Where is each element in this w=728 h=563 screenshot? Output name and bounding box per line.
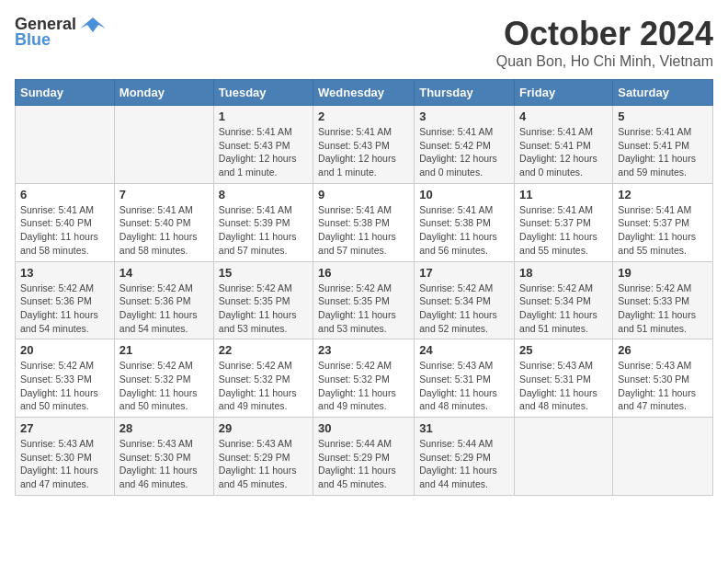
table-cell: 31Sunrise: 5:44 AM Sunset: 5:29 PM Dayli… — [415, 418, 515, 496]
day-info: Sunrise: 5:43 AM Sunset: 5:30 PM Dayligh… — [20, 437, 109, 491]
header-friday: Friday — [515, 80, 613, 106]
week-row-1: 1Sunrise: 5:41 AM Sunset: 5:43 PM Daylig… — [16, 106, 713, 184]
table-cell: 2Sunrise: 5:41 AM Sunset: 5:43 PM Daylig… — [313, 106, 415, 184]
table-cell: 10Sunrise: 5:41 AM Sunset: 5:38 PM Dayli… — [415, 183, 515, 261]
day-number: 3 — [419, 109, 509, 123]
day-info: Sunrise: 5:43 AM Sunset: 5:30 PM Dayligh… — [119, 437, 209, 491]
table-cell: 7Sunrise: 5:41 AM Sunset: 5:40 PM Daylig… — [114, 183, 213, 261]
table-cell — [515, 418, 613, 496]
table-cell: 3Sunrise: 5:41 AM Sunset: 5:42 PM Daylig… — [415, 106, 515, 184]
logo-blue-text: Blue — [15, 30, 51, 50]
day-number: 12 — [618, 188, 708, 201]
day-number: 10 — [419, 188, 509, 201]
table-cell — [16, 106, 115, 184]
table-cell: 1Sunrise: 5:41 AM Sunset: 5:43 PM Daylig… — [213, 106, 313, 184]
header-wednesday: Wednesday — [313, 80, 415, 106]
table-cell: 13Sunrise: 5:42 AM Sunset: 5:36 PM Dayli… — [16, 261, 115, 339]
day-info: Sunrise: 5:41 AM Sunset: 5:38 PM Dayligh… — [318, 203, 409, 258]
day-info: Sunrise: 5:41 AM Sunset: 5:37 PM Dayligh… — [618, 203, 708, 258]
day-info: Sunrise: 5:41 AM Sunset: 5:43 PM Dayligh… — [318, 125, 409, 179]
day-info: Sunrise: 5:42 AM Sunset: 5:34 PM Dayligh… — [519, 282, 608, 336]
header-sunday: Sunday — [16, 80, 115, 106]
day-number: 28 — [119, 421, 209, 435]
day-info: Sunrise: 5:43 AM Sunset: 5:31 PM Dayligh… — [519, 359, 608, 413]
day-info: Sunrise: 5:41 AM Sunset: 5:42 PM Dayligh… — [419, 125, 509, 179]
header-tuesday: Tuesday — [213, 80, 313, 106]
table-cell: 4Sunrise: 5:41 AM Sunset: 5:41 PM Daylig… — [515, 106, 613, 184]
day-info: Sunrise: 5:42 AM Sunset: 5:34 PM Dayligh… — [419, 282, 509, 336]
day-info: Sunrise: 5:42 AM Sunset: 5:32 PM Dayligh… — [318, 359, 409, 413]
svg-marker-0 — [80, 17, 106, 32]
table-cell: 29Sunrise: 5:43 AM Sunset: 5:29 PM Dayli… — [213, 418, 313, 496]
table-cell: 28Sunrise: 5:43 AM Sunset: 5:30 PM Dayli… — [114, 418, 213, 496]
day-number: 21 — [119, 343, 209, 357]
day-number: 8 — [219, 188, 308, 201]
day-info: Sunrise: 5:42 AM Sunset: 5:36 PM Dayligh… — [119, 282, 209, 336]
table-cell: 20Sunrise: 5:42 AM Sunset: 5:33 PM Dayli… — [16, 339, 115, 418]
header-thursday: Thursday — [415, 80, 515, 106]
day-info: Sunrise: 5:43 AM Sunset: 5:31 PM Dayligh… — [419, 359, 509, 413]
table-cell: 11Sunrise: 5:41 AM Sunset: 5:37 PM Dayli… — [515, 183, 613, 261]
table-cell: 6Sunrise: 5:41 AM Sunset: 5:40 PM Daylig… — [16, 183, 115, 261]
day-number: 19 — [618, 266, 708, 280]
table-cell: 14Sunrise: 5:42 AM Sunset: 5:36 PM Dayli… — [114, 261, 213, 339]
day-info: Sunrise: 5:41 AM Sunset: 5:40 PM Dayligh… — [119, 203, 209, 258]
day-number: 22 — [219, 343, 308, 357]
calendar-table: SundayMondayTuesdayWednesdayThursdayFrid… — [15, 79, 713, 496]
day-info: Sunrise: 5:41 AM Sunset: 5:41 PM Dayligh… — [519, 125, 608, 179]
day-info: Sunrise: 5:41 AM Sunset: 5:37 PM Dayligh… — [519, 203, 608, 258]
table-cell: 5Sunrise: 5:41 AM Sunset: 5:41 PM Daylig… — [613, 106, 713, 184]
day-number: 18 — [519, 266, 608, 280]
day-number: 1 — [219, 109, 308, 123]
day-number: 16 — [318, 266, 409, 280]
day-info: Sunrise: 5:44 AM Sunset: 5:29 PM Dayligh… — [419, 437, 509, 491]
table-cell: 18Sunrise: 5:42 AM Sunset: 5:34 PM Dayli… — [515, 261, 613, 339]
week-row-2: 6Sunrise: 5:41 AM Sunset: 5:40 PM Daylig… — [16, 183, 713, 261]
table-cell: 16Sunrise: 5:42 AM Sunset: 5:35 PM Dayli… — [313, 261, 415, 339]
day-number: 26 — [618, 343, 708, 357]
week-row-4: 20Sunrise: 5:42 AM Sunset: 5:33 PM Dayli… — [16, 339, 713, 418]
table-cell: 23Sunrise: 5:42 AM Sunset: 5:32 PM Dayli… — [313, 339, 415, 418]
table-cell: 24Sunrise: 5:43 AM Sunset: 5:31 PM Dayli… — [415, 339, 515, 418]
weekday-header-row: SundayMondayTuesdayWednesdayThursdayFrid… — [16, 80, 713, 106]
day-info: Sunrise: 5:42 AM Sunset: 5:36 PM Dayligh… — [20, 282, 109, 336]
day-number: 7 — [119, 188, 209, 201]
table-cell — [613, 418, 713, 496]
table-cell: 26Sunrise: 5:43 AM Sunset: 5:30 PM Dayli… — [613, 339, 713, 418]
day-number: 20 — [20, 343, 109, 357]
day-info: Sunrise: 5:42 AM Sunset: 5:35 PM Dayligh… — [318, 282, 409, 336]
table-cell: 27Sunrise: 5:43 AM Sunset: 5:30 PM Dayli… — [16, 418, 115, 496]
day-number: 30 — [318, 421, 409, 435]
day-number: 23 — [318, 343, 409, 357]
day-number: 27 — [20, 421, 109, 435]
day-info: Sunrise: 5:41 AM Sunset: 5:39 PM Dayligh… — [219, 203, 308, 258]
header-saturday: Saturday — [613, 80, 713, 106]
day-info: Sunrise: 5:43 AM Sunset: 5:29 PM Dayligh… — [219, 437, 308, 491]
day-number: 6 — [20, 188, 109, 201]
day-info: Sunrise: 5:42 AM Sunset: 5:32 PM Dayligh… — [119, 359, 209, 413]
table-cell: 12Sunrise: 5:41 AM Sunset: 5:37 PM Dayli… — [613, 183, 713, 261]
table-cell — [114, 106, 213, 184]
day-number: 13 — [20, 266, 109, 280]
table-cell: 22Sunrise: 5:42 AM Sunset: 5:32 PM Dayli… — [213, 339, 313, 418]
day-number: 14 — [119, 266, 209, 280]
day-number: 15 — [219, 266, 308, 280]
day-info: Sunrise: 5:43 AM Sunset: 5:30 PM Dayligh… — [618, 359, 708, 413]
day-number: 9 — [318, 188, 409, 201]
day-info: Sunrise: 5:42 AM Sunset: 5:33 PM Dayligh… — [20, 359, 109, 413]
table-cell: 15Sunrise: 5:42 AM Sunset: 5:35 PM Dayli… — [213, 261, 313, 339]
day-number: 29 — [219, 421, 308, 435]
table-cell: 9Sunrise: 5:41 AM Sunset: 5:38 PM Daylig… — [313, 183, 415, 261]
day-number: 4 — [519, 109, 608, 123]
day-info: Sunrise: 5:41 AM Sunset: 5:38 PM Dayligh… — [419, 203, 509, 258]
day-info: Sunrise: 5:42 AM Sunset: 5:33 PM Dayligh… — [618, 282, 708, 336]
day-info: Sunrise: 5:41 AM Sunset: 5:41 PM Dayligh… — [618, 125, 708, 179]
day-number: 25 — [519, 343, 608, 357]
header-monday: Monday — [114, 80, 213, 106]
table-cell: 19Sunrise: 5:42 AM Sunset: 5:33 PM Dayli… — [613, 261, 713, 339]
table-cell: 25Sunrise: 5:43 AM Sunset: 5:31 PM Dayli… — [515, 339, 613, 418]
week-row-3: 13Sunrise: 5:42 AM Sunset: 5:36 PM Dayli… — [16, 261, 713, 339]
table-cell: 30Sunrise: 5:44 AM Sunset: 5:29 PM Dayli… — [313, 418, 415, 496]
day-number: 2 — [318, 109, 409, 123]
calendar-subtitle: Quan Bon, Ho Chi Minh, Vietnam — [496, 53, 713, 70]
